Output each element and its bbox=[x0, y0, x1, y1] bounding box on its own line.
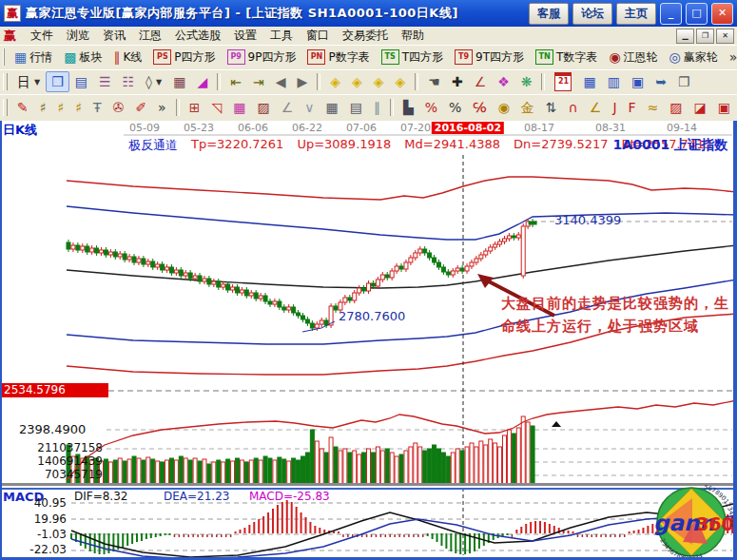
prev-page-button[interactable]: ◀ bbox=[270, 71, 292, 92]
tool-red-1-button[interactable]: ▨ bbox=[664, 97, 688, 118]
toolbar-separator bbox=[217, 73, 221, 90]
printer-icon: ❐ bbox=[678, 74, 690, 89]
pen-tool-button[interactable]: ✎ bbox=[11, 97, 34, 118]
f-line-button[interactable]: F bbox=[623, 97, 642, 118]
shape-select-button[interactable]: ◊▼ bbox=[140, 71, 167, 92]
maximize-button[interactable]: □ bbox=[686, 3, 708, 25]
arc-tool-button[interactable]: ∩ bbox=[563, 97, 584, 118]
menu-window-control[interactable]: ✕ bbox=[716, 29, 734, 44]
menu-item[interactable]: 公式选股 bbox=[168, 28, 227, 43]
zoom-shrink-button[interactable]: ◈ bbox=[390, 71, 412, 92]
t-number-button[interactable]: TNT数字表 bbox=[530, 47, 603, 68]
titlebar-button-论坛[interactable]: 论坛 bbox=[572, 3, 612, 25]
overflow-button[interactable]: » bbox=[724, 47, 737, 68]
gold-circle-button[interactable]: ◉ bbox=[493, 97, 515, 118]
chart-window-button[interactable]: ❒ bbox=[46, 71, 69, 92]
percent-tool-button[interactable]: % bbox=[419, 97, 443, 118]
overflow-2-button[interactable]: » bbox=[152, 97, 172, 118]
zoom-expand-button[interactable]: ◈ bbox=[368, 71, 390, 92]
bars-9-button[interactable]: ☷ bbox=[117, 71, 141, 92]
menu-item[interactable]: 设置 bbox=[227, 28, 263, 43]
winner-wheel-button[interactable]: ◎赢家轮 bbox=[664, 47, 724, 68]
hand-tool-button[interactable]: ☚ bbox=[422, 71, 446, 92]
titlebar-button-主页[interactable]: 主页 bbox=[616, 3, 656, 25]
angle-line-button[interactable]: ∠ bbox=[276, 97, 300, 118]
toolbar-drawing: ✎♯♯♯Ŧ✇✐»⊞◹▦▨∠∨▦▤∥▙%%℅◉金⇅∩∠JF≈▨◪▣ bbox=[0, 94, 737, 122]
pen-tool-2-button[interactable]: ✐ bbox=[129, 97, 152, 118]
menu-item[interactable]: 交易委托 bbox=[336, 28, 395, 43]
t9-square-button[interactable]: T99T四方形 bbox=[449, 47, 530, 68]
menu-item[interactable]: 资讯 bbox=[96, 28, 132, 43]
save-button[interactable]: ▣ bbox=[626, 71, 650, 92]
quotes-button[interactable]: ▦行情 bbox=[9, 47, 58, 68]
parallel-lines-button[interactable]: ∥ bbox=[368, 97, 386, 118]
fractal-tool-button[interactable]: ❋ bbox=[515, 71, 538, 92]
notepad-icon: ▥ bbox=[608, 74, 620, 89]
p-number-button[interactable]: PNP数字表 bbox=[301, 47, 375, 68]
gold-grid-2-button[interactable]: ♯ bbox=[69, 97, 87, 118]
j-line-button[interactable]: J bbox=[607, 97, 622, 118]
menu-item[interactable]: 浏览 bbox=[60, 28, 96, 43]
grid-small-button[interactable]: ▦ bbox=[320, 97, 343, 118]
kline-button[interactable]: ∥K线 bbox=[107, 47, 147, 68]
first-page-button[interactable]: ⇤ bbox=[224, 71, 247, 92]
zoom-left-button[interactable]: ◈ bbox=[324, 71, 346, 92]
notepad-button[interactable]: ▥ bbox=[602, 71, 626, 92]
p-square-button[interactable]: PSP四方形 bbox=[147, 47, 221, 68]
menu-item[interactable]: 帮助 bbox=[395, 28, 431, 43]
next-page-button[interactable]: ▶ bbox=[291, 71, 313, 92]
zoom-right-button[interactable]: ◈ bbox=[346, 71, 368, 92]
v-line-button[interactable]: ∨ bbox=[299, 97, 320, 118]
p-square-icon: PS bbox=[153, 49, 171, 65]
winner-wheel-label: 赢家轮 bbox=[684, 49, 718, 66]
spiral-tool-button[interactable]: ✇ bbox=[107, 97, 130, 118]
box-tool-button[interactable]: ⊞ bbox=[184, 97, 206, 118]
calculator-button[interactable]: ▦ bbox=[577, 71, 601, 92]
trend-knife-button[interactable]: ⇅ bbox=[540, 97, 563, 118]
minimize-button[interactable]: _ bbox=[660, 3, 682, 25]
p9-square-button[interactable]: P99P四方形 bbox=[222, 47, 302, 68]
menu-item[interactable]: 工具 bbox=[263, 28, 300, 43]
menu-window-control[interactable]: ❐ bbox=[696, 29, 714, 44]
toolbar-grip bbox=[3, 48, 5, 66]
close-button[interactable]: ✕ bbox=[711, 3, 733, 25]
menu-item[interactable]: 文件 bbox=[24, 28, 60, 43]
percent-line-button[interactable]: ℅ bbox=[467, 97, 492, 118]
menu-window-control[interactable]: ▁ bbox=[676, 29, 694, 44]
gold-polyline-button[interactable]: ≈ bbox=[642, 97, 665, 118]
gold-section-button[interactable]: 金 bbox=[515, 97, 540, 118]
gann-grid-button[interactable]: ♯ bbox=[34, 97, 52, 118]
sectors-button[interactable]: ▩板块 bbox=[58, 47, 107, 68]
crosshair-tool-button[interactable]: ✚ bbox=[446, 71, 469, 92]
grid-large-button[interactable]: ▤ bbox=[344, 97, 368, 118]
gold-angle-button[interactable]: ∠ bbox=[584, 97, 608, 118]
bars-3-button[interactable]: ☰ bbox=[93, 71, 117, 92]
ratio-box-button[interactable]: ▙ bbox=[398, 97, 419, 118]
menu-item[interactable]: 江恩 bbox=[132, 28, 168, 43]
color-histogram-button[interactable]: ◢ bbox=[191, 71, 213, 92]
gold-grid-button[interactable]: ♯ bbox=[52, 97, 70, 118]
percent-plain-button[interactable]: % bbox=[443, 97, 467, 118]
gann-wheel-button[interactable]: ◉江恩轮 bbox=[603, 47, 663, 68]
period-day-button[interactable]: 日▼ bbox=[11, 71, 46, 92]
angle-tool-button[interactable]: ∠ bbox=[469, 71, 493, 92]
last-page-button[interactable]: ⇥ bbox=[247, 71, 270, 92]
t-square-button[interactable]: TST四方形 bbox=[376, 47, 449, 68]
tool-red-2-button[interactable]: ◪ bbox=[689, 97, 712, 118]
title-bar[interactable]: 赢 赢家江恩专业版[赢家内部服务平台] - [上证指数 SH1A0001-100… bbox=[0, 0, 737, 27]
info-panel-button[interactable]: ▤ bbox=[69, 71, 93, 92]
printer-button[interactable]: ❐ bbox=[672, 71, 696, 92]
shaded-box-button[interactable]: ▨ bbox=[251, 97, 275, 118]
macd-value-readout: MACD=-25.83 bbox=[249, 490, 330, 503]
f-grid-button[interactable]: Ŧ bbox=[87, 97, 107, 118]
export-button[interactable]: ➥ bbox=[650, 71, 672, 92]
tool-red-3-button[interactable]: ▣ bbox=[712, 97, 736, 118]
calendar-button[interactable]: 21 bbox=[549, 69, 577, 94]
menu-item[interactable]: 窗口 bbox=[300, 28, 336, 43]
gold-section-icon: 金 bbox=[521, 100, 534, 115]
gann-matrix-button[interactable]: ▦ bbox=[167, 71, 191, 92]
box-pattern-button[interactable]: ▦ bbox=[227, 97, 251, 118]
titlebar-button-客服[interactable]: 客服 bbox=[529, 3, 569, 25]
fan-tool-button[interactable]: ◹ bbox=[205, 97, 227, 118]
gann-flower-button[interactable]: ❖ bbox=[492, 71, 515, 92]
